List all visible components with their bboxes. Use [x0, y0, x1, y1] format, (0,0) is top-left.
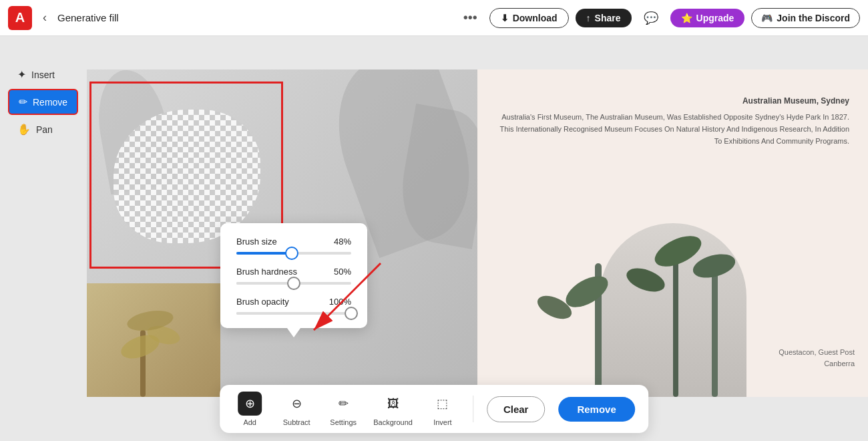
brush-opacity-row: Brush opacity 100%	[236, 297, 351, 315]
discord-icon: 🎮	[761, 13, 773, 23]
share-button[interactable]: ↑ Share	[576, 9, 632, 27]
plant-stem-2	[673, 250, 678, 397]
upgrade-icon: ⭐	[681, 13, 692, 23]
download-icon: ⬇	[501, 13, 509, 23]
brush-size-fill	[236, 252, 292, 255]
remove-tool-label: Remove	[33, 97, 67, 108]
settings-label: Settings	[330, 418, 357, 426]
left-toolbar: ✦ Insert ✏ Remove ✋ Pan	[8, 63, 78, 141]
settings-icon: ✏	[339, 396, 349, 411]
back-button[interactable]: ‹	[39, 8, 51, 27]
brush-opacity-track[interactable]	[236, 312, 351, 315]
insert-icon: ✦	[17, 68, 26, 81]
pan-tool-button[interactable]: ✋ Pan	[8, 118, 78, 141]
pan-label: Pan	[36, 124, 53, 135]
brush-hardness-fill	[236, 282, 294, 285]
invert-label: Invert	[433, 418, 452, 426]
right-text-area: Australian Museum, Sydney Australia's Fi…	[477, 69, 868, 147]
pan-icon: ✋	[17, 123, 31, 136]
brush-hardness-label-row: Brush hardness 50%	[236, 267, 351, 277]
brush-size-label: Brush size	[236, 237, 277, 247]
brush-hardness-row: Brush hardness 50%	[236, 267, 351, 285]
remove-main-button[interactable]: Remove	[558, 397, 634, 422]
add-icon: ⊕	[245, 396, 255, 411]
bottom-left-image	[87, 283, 220, 397]
upgrade-button[interactable]: ⭐ Upgrade	[670, 9, 745, 27]
brush-size-label-row: Brush size 48%	[236, 237, 351, 247]
back-icon: ‹	[43, 11, 47, 24]
brush-hardness-track[interactable]	[236, 282, 351, 285]
settings-tool-icon: ✏	[331, 392, 355, 416]
canvas-area: ✦ Insert ✏ Remove ✋ Pan	[0, 36, 868, 441]
brush-size-row: Brush size 48%	[236, 237, 351, 255]
canvas-collage: Australian Museum, Sydney Australia's Fi…	[87, 69, 868, 397]
main-area: ✦ Insert ✏ Remove ✋ Pan	[0, 36, 868, 441]
subtract-label: Subtract	[283, 418, 310, 426]
settings-tool-item[interactable]: ✏ Settings	[327, 392, 360, 426]
invert-tool-item[interactable]: ⬚ Invert	[426, 392, 459, 426]
add-tool-icon: ⊕	[238, 392, 262, 416]
brush-opacity-thumb[interactable]	[345, 307, 358, 320]
subtract-tool-icon: ⊖	[284, 392, 308, 416]
bottom-text-1: Questacon, Guest Post	[779, 347, 855, 359]
background-label: Background	[373, 418, 413, 426]
brush-size-value: 48%	[334, 237, 351, 247]
adobe-logo: A	[8, 6, 32, 30]
discord-label: Join the Discord	[777, 13, 850, 23]
brush-panel: Brush size 48% Brush hardness 50%	[220, 223, 367, 328]
museum-title: Australian Museum, Sydney	[496, 96, 849, 106]
bottom-right-text: Questacon, Guest Post Canberra	[779, 347, 855, 370]
background-icon: 🖼	[387, 397, 399, 411]
brush-hardness-label: Brush hardness	[236, 267, 297, 277]
plant-stem-3	[712, 270, 718, 397]
brush-size-thumb[interactable]	[285, 247, 298, 260]
brush-hardness-value: 50%	[334, 267, 351, 277]
add-label: Add	[243, 418, 256, 426]
share-icon: ↑	[586, 13, 591, 23]
brush-panel-arrow	[287, 328, 300, 337]
bottom-text-2: Canberra	[779, 358, 855, 370]
comment-button[interactable]: 💬	[638, 8, 664, 28]
header: A ‹ Generative fill ••• ⬇ Download ↑ Sha…	[0, 0, 868, 36]
background-tool-icon: 🖼	[381, 392, 405, 416]
brush-opacity-label-row: Brush opacity 100%	[236, 297, 351, 307]
brush-opacity-label: Brush opacity	[236, 297, 289, 307]
download-label: Download	[513, 13, 558, 23]
discord-button[interactable]: 🎮 Join the Discord	[751, 8, 860, 28]
dots-icon: •••	[463, 10, 477, 25]
brush-opacity-fill	[236, 312, 351, 315]
add-tool-item[interactable]: ⊕ Add	[233, 392, 266, 426]
subtract-icon: ⊖	[292, 396, 302, 411]
brush-opacity-value: 100%	[329, 297, 351, 307]
brush-hardness-thumb[interactable]	[287, 277, 300, 290]
page-title: Generative fill	[57, 12, 451, 23]
background-tool-item[interactable]: 🖼 Background	[373, 392, 413, 426]
insert-tool-button[interactable]: ✦ Insert	[8, 63, 78, 86]
comment-icon: 💬	[644, 11, 658, 25]
more-options-button[interactable]: •••	[458, 7, 483, 28]
canvas-right: Australian Museum, Sydney Australia's Fi…	[477, 69, 868, 397]
download-button[interactable]: ⬇ Download	[489, 8, 569, 28]
brush-size-track[interactable]	[236, 252, 351, 255]
toolbar-divider	[473, 396, 473, 422]
insert-label: Insert	[31, 69, 55, 80]
upgrade-label: Upgrade	[696, 13, 734, 23]
subtract-tool-item[interactable]: ⊖ Subtract	[280, 392, 313, 426]
header-actions: ••• ⬇ Download ↑ Share 💬 ⭐ Upgrade 🎮 Joi…	[458, 7, 860, 28]
clear-button[interactable]: Clear	[487, 396, 546, 422]
remove-tool-icon: ✏	[19, 96, 27, 108]
invert-tool-icon: ⬚	[431, 392, 455, 416]
share-label: Share	[595, 13, 621, 23]
museum-description: Australia's First Museum, The Australian…	[496, 111, 849, 147]
bottom-toolbar: ⊕ Add ⊖ Subtract ✏ Settings 🖼 Ba	[220, 385, 648, 433]
invert-icon: ⬚	[437, 396, 448, 411]
remove-tool-button[interactable]: ✏ Remove	[8, 89, 78, 115]
